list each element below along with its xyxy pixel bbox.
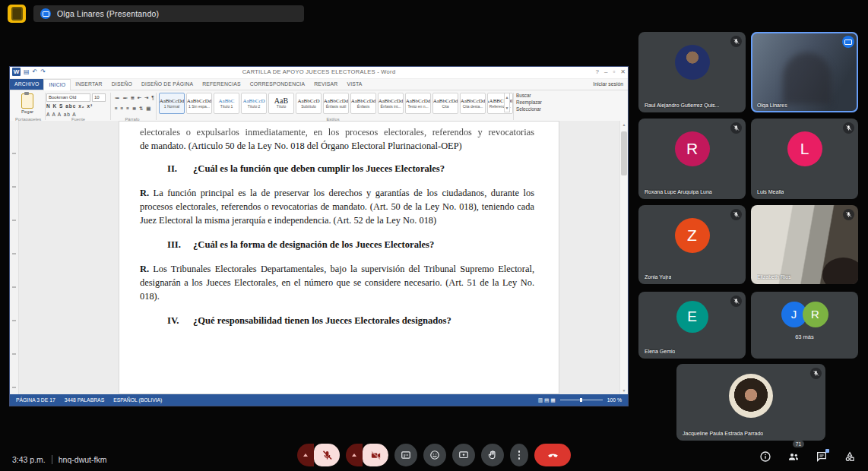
style-titulo1[interactable]: AaBbCTítulo 1 bbox=[214, 93, 239, 114]
camera-off-button[interactable] bbox=[363, 444, 388, 466]
meeting-details-button[interactable] bbox=[758, 449, 773, 464]
status-page[interactable]: PÁGINA 3 DE 17 bbox=[16, 397, 55, 403]
mic-off-icon bbox=[730, 209, 742, 220]
reactions-button[interactable] bbox=[423, 444, 446, 466]
participant-name: Olga Linares bbox=[757, 103, 787, 108]
scrollbar-thumb[interactable] bbox=[621, 131, 627, 175]
find-button[interactable]: Buscar bbox=[516, 93, 542, 98]
help-button[interactable]: ? bbox=[596, 68, 599, 77]
font-format-buttons[interactable]: N K S abc x₂ x² bbox=[46, 103, 93, 109]
style-enfasis-intenso[interactable]: AaBbCcDdÉnfasis int... bbox=[378, 93, 404, 114]
doc-intro-end: de mandato. (Articulo 50 de la Ley No. 0… bbox=[140, 139, 534, 153]
participant-tile-presenter[interactable]: Olga Linares bbox=[751, 32, 858, 112]
sign-in-link[interactable]: Iniciar sesión bbox=[593, 81, 623, 87]
zoom-level[interactable]: 100 % bbox=[607, 397, 622, 403]
presenter-banner[interactable]: Olga Linares (Presentando) bbox=[33, 5, 304, 22]
status-words[interactable]: 3448 PALABRAS bbox=[65, 397, 104, 403]
font-name-combobox[interactable]: Bookman Old bbox=[46, 93, 90, 102]
style-subtitulo[interactable]: AaBbCcDSubtítulo bbox=[296, 93, 322, 114]
meeting-info: 3:43 p.m. hnq-dwut-fkm bbox=[12, 455, 106, 464]
mic-off-icon bbox=[843, 122, 854, 134]
mic-off-icon bbox=[810, 368, 822, 379]
overflow-tile[interactable]: J R 63 más bbox=[751, 292, 858, 359]
call-controls bbox=[297, 444, 571, 466]
captions-button[interactable] bbox=[394, 444, 417, 466]
style-texto-negrita[interactable]: AaBbCcDdTexto en n... bbox=[405, 93, 431, 114]
raise-hand-button[interactable] bbox=[481, 444, 504, 466]
font-color-buttons[interactable]: A A A ab A bbox=[46, 112, 77, 117]
paste-button[interactable]: Pegar bbox=[14, 93, 40, 114]
tab-correspondencia[interactable]: CORRESPONDENCIA bbox=[246, 79, 310, 90]
clock-time: 3:43 p.m. bbox=[12, 455, 46, 464]
document-page[interactable]: electorales o expulsarlos inmediatamente… bbox=[119, 121, 559, 394]
style-enfasis-sutil[interactable]: AaBbCcDdÉnfasis sutil bbox=[323, 93, 349, 114]
mic-off-icon bbox=[730, 122, 742, 134]
tab-insertar[interactable]: INSERTAR bbox=[71, 79, 106, 90]
vertical-dots-icon bbox=[518, 450, 521, 460]
people-panel-button[interactable]: 71 bbox=[786, 449, 801, 464]
tab-archivo[interactable]: ARCHIVO bbox=[10, 79, 43, 90]
scroll-up-icon[interactable]: ▲ bbox=[620, 122, 628, 127]
status-language[interactable]: ESPAÑOL (BOLIVIA) bbox=[113, 397, 162, 403]
camera-control[interactable] bbox=[346, 444, 388, 466]
participant-name: Jacqueline Paula Estrada Parrado bbox=[683, 431, 763, 436]
style-cita[interactable]: AaBbCcDdCita bbox=[432, 93, 458, 114]
warning-glyph bbox=[11, 7, 23, 21]
zoom-slider[interactable] bbox=[560, 400, 603, 400]
close-button[interactable]: ✕ bbox=[620, 68, 626, 77]
camera-options-chevron-icon[interactable] bbox=[346, 444, 363, 466]
doc-answer-3: R. Los Tribunales Electorales Departamen… bbox=[140, 262, 534, 303]
view-mode-icons[interactable]: ▥ ▤ ▦ bbox=[538, 397, 556, 403]
participant-tile[interactable]: Z Zonia Yujra bbox=[638, 205, 746, 284]
participant-tile[interactable]: Jacqueline Paula Estrada Parrado bbox=[676, 364, 825, 441]
tab-diseno[interactable]: DISEÑO bbox=[107, 79, 137, 90]
mic-off-icon bbox=[730, 36, 742, 47]
tab-inicio[interactable]: INICIO bbox=[43, 79, 71, 90]
mic-options-chevron-icon[interactable] bbox=[297, 444, 314, 466]
participant-tile[interactable]: Elizabeth Rios bbox=[751, 205, 858, 284]
font-size-combobox[interactable]: 10 bbox=[92, 93, 106, 102]
tab-revisar[interactable]: REVISAR bbox=[309, 79, 342, 90]
participant-tile[interactable]: Raul Alejandro Gutierrez Quis... bbox=[638, 32, 746, 112]
doc-answer-2: R. La función principal es la de preserv… bbox=[140, 186, 534, 227]
restore-button[interactable]: ▫ bbox=[613, 68, 615, 77]
participant-tile[interactable]: R Roxana Lupe Aruquipa Luna bbox=[638, 119, 746, 199]
participant-tile[interactable]: L Luis Mealla bbox=[751, 119, 858, 199]
more-options-button[interactable] bbox=[510, 444, 528, 466]
document-scrollbar[interactable]: ▲ ▼ bbox=[619, 121, 628, 394]
tab-diseno-pagina[interactable]: DISEÑO DE PÁGINA bbox=[137, 79, 198, 90]
activities-button[interactable] bbox=[842, 449, 857, 464]
replace-button[interactable]: Reemplazar bbox=[516, 100, 542, 105]
scroll-down-icon[interactable]: ▼ bbox=[620, 388, 628, 393]
end-call-button[interactable] bbox=[534, 444, 571, 466]
tab-vista[interactable]: VISTA bbox=[342, 79, 366, 90]
doc-question-2: II. ¿Cuál es la función que deben cumpli… bbox=[140, 163, 534, 175]
ribbon: Pegar Bookman Old 10 N K S abc x₂ x² A A… bbox=[10, 90, 628, 123]
style-enfasis[interactable]: AaBbCcDdÉnfasis bbox=[350, 93, 376, 114]
presentation-warning-icon[interactable] bbox=[8, 5, 26, 23]
paragraph-list-buttons[interactable]: ≔ ≕ ≣ ⇤ ⇥ ¶ bbox=[115, 95, 155, 101]
style-normal[interactable]: AaBbCcDd1 Normal bbox=[159, 93, 185, 114]
participant-name: Zonia Yujra bbox=[645, 274, 671, 280]
present-screen-button[interactable] bbox=[452, 444, 475, 466]
style-sin-espaciado[interactable]: AaBbCcDd1 Sin espa... bbox=[186, 93, 212, 114]
minimize-button[interactable]: – bbox=[604, 68, 607, 77]
style-cita-destacada[interactable]: AaBbCcDdCita desta... bbox=[460, 93, 486, 114]
styles-gallery-scroll[interactable]: ▲▼ bbox=[504, 93, 510, 112]
doc-blurred-line: electorales o expulsarlos inmediatamente… bbox=[140, 125, 534, 139]
paragraph-align-buttons[interactable]: ≡ ≡ ≡ ≣ ⇅ ▦ bbox=[115, 106, 151, 112]
mic-control[interactable] bbox=[297, 444, 340, 466]
mic-mute-button[interactable] bbox=[314, 444, 340, 466]
style-titulo[interactable]: AaBTítulo bbox=[268, 93, 294, 114]
screen-share-icon bbox=[40, 8, 51, 19]
shared-screen-word-window: W ▤ ↶ ↷ CARTILLA DE APOYO JUECES ELECTOR… bbox=[9, 66, 629, 406]
participant-tile[interactable]: E Elena Gemio bbox=[638, 292, 746, 359]
meeting-code: hnq-dwut-fkm bbox=[59, 455, 107, 464]
style-titulo2[interactable]: AaBbCcDTítulo 2 bbox=[241, 93, 267, 114]
avatar: Z bbox=[675, 218, 710, 253]
chat-panel-button[interactable] bbox=[814, 449, 829, 464]
select-button[interactable]: Seleccionar bbox=[516, 106, 542, 112]
document-title: CARTILLA DE APOYO JUECES ELECTORALES - W… bbox=[10, 68, 628, 75]
tab-referencias[interactable]: REFERENCIAS bbox=[198, 79, 246, 90]
avatar: R bbox=[675, 131, 710, 166]
